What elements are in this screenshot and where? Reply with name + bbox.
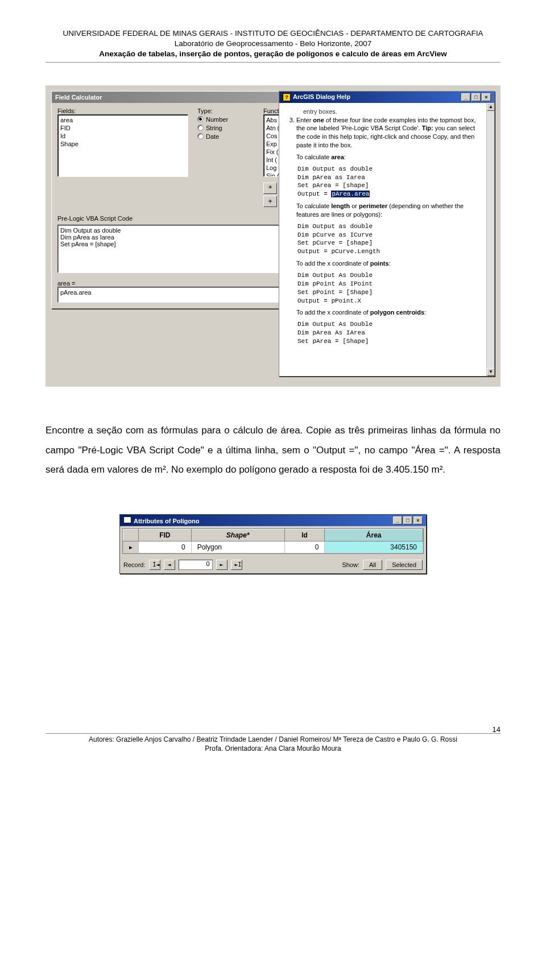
area-equals-label: area = bbox=[57, 280, 301, 287]
show-all-button[interactable]: All bbox=[363, 560, 382, 570]
document-header: UNIVERSIDADE FEDERAL DE MINAS GERAIS - I… bbox=[46, 28, 500, 63]
cell-area[interactable]: 3405150 bbox=[325, 541, 423, 553]
help-titlebar: ?ArcGIS Dialog Help _ □ × bbox=[279, 92, 494, 103]
col-shape[interactable]: Shape* bbox=[191, 530, 284, 541]
prelogic-label: Pre-Logic VBA Script Code bbox=[57, 215, 133, 222]
help-content[interactable]: entry boxes. Enter one of these four lin… bbox=[279, 103, 494, 376]
row-selector[interactable]: ▸ bbox=[123, 541, 139, 553]
field-item[interactable]: Id bbox=[60, 132, 185, 140]
nav-prev-button[interactable]: ◄ bbox=[164, 560, 175, 570]
cell-shape[interactable]: Polygon bbox=[191, 541, 284, 553]
show-selected-button[interactable]: Selected bbox=[386, 560, 423, 570]
scroll-down-icon[interactable]: ▼ bbox=[487, 368, 494, 376]
help-title: ArcGIS Dialog Help bbox=[293, 93, 350, 100]
maximize-icon[interactable]: □ bbox=[471, 93, 481, 101]
help-window: ?ArcGIS Dialog Help _ □ × entry boxes. E… bbox=[279, 91, 495, 377]
nav-next-button[interactable]: ► bbox=[216, 560, 228, 570]
page-number: 14 bbox=[493, 725, 500, 735]
radio-icon bbox=[197, 133, 204, 139]
op-multiply-button[interactable]: * bbox=[263, 183, 277, 194]
field-item[interactable]: Shape bbox=[60, 140, 185, 148]
type-string-label: String bbox=[206, 125, 222, 131]
close-icon[interactable]: × bbox=[482, 93, 491, 101]
help-step-3: Enter one of these four line code exampl… bbox=[296, 116, 482, 150]
row-header-blank bbox=[123, 530, 139, 541]
help-calc-length: To calculate length or perimeter (depend… bbox=[296, 202, 482, 219]
op-plus-button[interactable]: + bbox=[263, 196, 277, 207]
nav-last-button[interactable]: ►I bbox=[231, 560, 242, 570]
type-date-radio[interactable]: Date bbox=[197, 133, 254, 140]
field-item[interactable]: FID bbox=[60, 124, 185, 132]
type-label: Type: bbox=[197, 107, 254, 114]
field-calculator-title: Field Calculator bbox=[55, 94, 102, 101]
highlighted-code: pArea.area bbox=[331, 191, 370, 197]
scroll-up-icon[interactable]: ▲ bbox=[487, 103, 494, 111]
attribute-grid[interactable]: FID Shape* Id Área ▸ 0 Polygon 0 3405150 bbox=[122, 528, 424, 554]
help-partial-top: entry boxes. bbox=[303, 107, 482, 116]
cell-fid[interactable]: 0 bbox=[139, 541, 192, 553]
area-expression-input[interactable]: pArea.area bbox=[57, 287, 301, 303]
type-date-label: Date bbox=[206, 133, 219, 140]
attributes-footer: Record: I◄ ◄ 0 ► ►I Show: All Selected bbox=[120, 556, 426, 573]
type-number-radio[interactable]: Number bbox=[197, 116, 254, 123]
header-line-2: Laboratório de Geoprocessamento - Belo H… bbox=[46, 39, 500, 49]
body-paragraph: Encontre a seção com as fórmulas para o … bbox=[46, 421, 500, 481]
maximize-icon[interactable]: □ bbox=[403, 516, 412, 524]
minimize-icon[interactable]: _ bbox=[393, 516, 402, 524]
record-label: Record: bbox=[123, 561, 146, 568]
attributes-titlebar: Attributes of Polígono _ □ × bbox=[120, 515, 426, 526]
header-line-3: Anexação de tabelas, inserção de pontos,… bbox=[46, 49, 500, 59]
document-footer: 14 Autores: Grazielle Anjos Carvalho / B… bbox=[46, 733, 500, 753]
nav-first-button[interactable]: I◄ bbox=[149, 560, 160, 570]
show-label: Show: bbox=[342, 561, 359, 568]
col-fid[interactable]: FID bbox=[139, 530, 192, 541]
prelogic-code-input[interactable]: Dim Output as double Dim pArea as Iarea … bbox=[57, 225, 301, 273]
col-area[interactable]: Área bbox=[325, 530, 423, 541]
record-number-input[interactable]: 0 bbox=[179, 560, 213, 570]
fields-label: Fields: bbox=[57, 107, 188, 114]
minimize-icon[interactable]: _ bbox=[461, 93, 470, 101]
help-code-centroid: Dim Output As Double Dim pArea As IArea … bbox=[297, 320, 482, 346]
cell-id[interactable]: 0 bbox=[284, 541, 325, 553]
radio-selected-icon bbox=[197, 116, 204, 122]
type-string-radio[interactable]: String bbox=[197, 125, 254, 131]
help-code-area: Dim Output as double Dim pArea as Iarea … bbox=[297, 165, 482, 199]
close-icon[interactable]: × bbox=[413, 516, 423, 524]
table-window-icon bbox=[123, 516, 131, 523]
help-centroids: To add the x coordinate of polygon centr… bbox=[296, 308, 482, 317]
col-id[interactable]: Id bbox=[284, 530, 325, 541]
help-code-points: Dim Output As Double Dim pPoint As IPoin… bbox=[297, 271, 482, 305]
help-code-length: Dim Output as double Dim pCurve as ICurv… bbox=[297, 222, 482, 256]
attributes-title: Attributes of Polígono bbox=[134, 518, 199, 524]
help-scrollbar[interactable]: ▲ ▼ bbox=[486, 103, 494, 376]
screenshot-composite: Field Calculator ? × Fields: area FID Id… bbox=[46, 85, 500, 387]
header-line-1: UNIVERSIDADE FEDERAL DE MINAS GERAIS - I… bbox=[46, 28, 500, 39]
type-number-label: Number bbox=[206, 116, 228, 123]
help-points: To add the x coordinate of points: bbox=[296, 259, 482, 268]
help-window-icon: ? bbox=[283, 93, 291, 101]
field-item[interactable]: area bbox=[60, 116, 185, 124]
table-row[interactable]: ▸ 0 Polygon 0 3405150 bbox=[123, 541, 423, 553]
fields-listbox[interactable]: area FID Id Shape bbox=[57, 114, 188, 177]
attributes-window: Attributes of Polígono _ □ × FID Shape* … bbox=[119, 514, 427, 574]
footer-authors: Autores: Grazielle Anjos Carvalho / Beat… bbox=[46, 735, 500, 744]
help-calc-area: To calculate area: bbox=[296, 153, 482, 162]
footer-advisor: Profa. Orientadora: Ana Clara Mourão Mou… bbox=[46, 744, 500, 753]
radio-icon bbox=[197, 125, 204, 131]
